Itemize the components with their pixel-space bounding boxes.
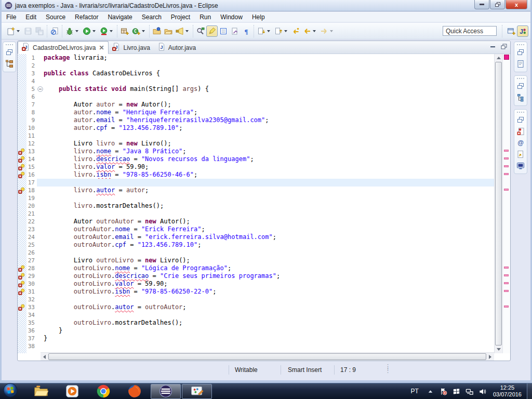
tray-drag-handle[interactable]	[3, 43, 16, 47]
show-whitespace-button[interactable]: ¶	[241, 25, 252, 37]
code-line[interactable]: 7 Autor autor = new Autor();	[26, 101, 494, 109]
java-perspective-button[interactable]: J	[517, 25, 528, 37]
line-content[interactable]: autor.email = "henriqueferreirasilva2305…	[37, 116, 494, 124]
error-marker-icon[interactable]	[18, 187, 26, 194]
open-element-button[interactable]	[195, 25, 206, 37]
line-content[interactable]: livro.descricao = "Novos recursos da lin…	[37, 155, 494, 163]
restore-view-button[interactable]	[514, 47, 527, 58]
overview-ruler[interactable]	[502, 54, 510, 353]
code-line[interactable]: 24 outroAutor.email = "erick.ferreira.si…	[26, 233, 494, 241]
line-content[interactable]: Livro outroLivro = new Livro();	[37, 257, 494, 264]
error-marker-icon[interactable]	[18, 280, 26, 288]
line-content[interactable]: outroLivro.nome = "Lógica de Programação…	[37, 264, 494, 272]
code-line[interactable]: 36 }	[26, 327, 494, 335]
code-line[interactable]: 2	[26, 62, 494, 70]
maximize-view-icon[interactable]	[501, 43, 507, 52]
menu-source[interactable]: Source	[41, 12, 70, 22]
code-line[interactable]: 5 public static void main(String[] args)…	[26, 85, 494, 93]
line-content[interactable]: outroLivro.valor = 59.90;	[37, 280, 494, 288]
scroll-right-arrow[interactable]	[486, 353, 494, 361]
previous-annotation-button[interactable]	[273, 25, 290, 37]
code-line[interactable]: 16 livro.isbn = "978-85-66250-46-6";	[26, 171, 494, 179]
code-line[interactable]: 30 outroLivro.valor = 59.90;	[26, 280, 494, 288]
menu-help[interactable]: Help	[247, 12, 270, 22]
code-line[interactable]: 20 livro.mostrarDetalhes();	[26, 202, 494, 210]
line-content[interactable]	[37, 342, 494, 350]
line-content[interactable]	[37, 194, 494, 202]
code-line[interactable]: 27 Livro outroLivro = new Livro();	[26, 257, 494, 264]
debug-dropdown[interactable]	[75, 30, 78, 32]
line-content[interactable]: public static void main(String[] args) {	[37, 85, 494, 93]
menu-project[interactable]: Project	[166, 12, 195, 22]
error-marker-icon[interactable]	[18, 155, 26, 163]
new-class-dropdown[interactable]	[142, 30, 145, 32]
error-summary-marker[interactable]	[504, 55, 509, 60]
line-content[interactable]: outroLivro.mostrarDetalhes();	[37, 319, 494, 327]
taskbar-clock[interactable]: 12:25 03/07/2016	[489, 384, 527, 398]
code-line[interactable]: 1package livraria;	[26, 54, 494, 62]
tray-win-icon[interactable]	[450, 388, 463, 395]
line-content[interactable]	[37, 210, 494, 218]
previous-annotation-dropdown[interactable]	[284, 30, 287, 32]
overview-error-mark[interactable]	[504, 305, 509, 308]
code-line[interactable]: 6	[26, 93, 494, 101]
scroll-up-arrow[interactable]	[495, 54, 503, 62]
menu-file[interactable]: File	[2, 12, 21, 22]
restore-view-button[interactable]	[3, 47, 16, 58]
overview-error-mark[interactable]	[504, 189, 509, 191]
tray-drag-handle[interactable]	[514, 77, 527, 81]
code-line[interactable]: 18 livro.autor = autor;	[26, 187, 494, 194]
restore-view-button[interactable]	[514, 81, 527, 92]
line-content[interactable]: livro.valor = 59.90;	[37, 163, 494, 171]
line-content[interactable]: Autor autor = new Autor();	[37, 101, 494, 109]
new-java-project-button[interactable]	[119, 25, 130, 37]
line-content[interactable]: outroLivro.isbn = "978-85-66250-22-0";	[37, 288, 494, 296]
language-indicator[interactable]: PT	[406, 388, 424, 395]
line-content[interactable]: autor.nome = "Henrique Ferreira";	[37, 109, 494, 116]
code-line[interactable]: 32	[26, 296, 494, 303]
overview-error-mark[interactable]	[504, 290, 509, 292]
taskbar-paint-button[interactable]	[182, 384, 212, 399]
code-line[interactable]: 14 livro.descricao = "Novos recursos da …	[26, 155, 494, 163]
code-editor[interactable]: 1package livraria;23public class Cadastr…	[18, 54, 510, 353]
run-dropdown[interactable]	[92, 30, 96, 32]
line-content[interactable]	[37, 132, 494, 140]
back-dropdown[interactable]	[313, 30, 316, 32]
horizontal-scroll-thumb[interactable]	[48, 353, 486, 360]
code-line[interactable]: 4	[26, 77, 494, 85]
overview-error-mark[interactable]	[504, 150, 509, 152]
search-button[interactable]	[174, 25, 191, 37]
show-desktop-button[interactable]	[527, 383, 532, 399]
error-marker-icon[interactable]	[18, 272, 26, 280]
open-perspective-button[interactable]	[506, 25, 517, 37]
close-button[interactable]: x	[506, 0, 527, 9]
menu-refactor[interactable]: Refactor	[70, 12, 103, 22]
line-content[interactable]: outroAutor.nome = "Erick Ferreira";	[37, 225, 494, 233]
overview-error-mark[interactable]	[504, 267, 509, 269]
forward-dropdown[interactable]	[330, 30, 333, 32]
tab-livro-java[interactable]: JLivro.java	[109, 41, 153, 54]
code-line[interactable]: 8 autor.nome = "Henrique Ferreira";	[26, 109, 494, 116]
line-content[interactable]	[37, 179, 494, 187]
declaration-button[interactable]	[514, 149, 527, 160]
taskbar-firefox-button[interactable]	[124, 384, 145, 399]
taskbar-explorer-button[interactable]	[31, 384, 51, 399]
menu-search[interactable]: Search	[137, 12, 166, 22]
next-annotation-dropdown[interactable]	[267, 30, 270, 32]
menu-run[interactable]: Run	[195, 12, 216, 22]
restore-view-button[interactable]	[514, 114, 527, 126]
tray-vol-icon[interactable]	[476, 388, 489, 395]
close-tab-icon[interactable]: ✕	[98, 44, 104, 51]
line-content[interactable]: }	[37, 327, 494, 335]
javadoc-button[interactable]: @	[514, 137, 527, 149]
line-content[interactable]: autor.cpf = "123.456.789.10";	[37, 124, 494, 132]
scroll-left-arrow[interactable]	[41, 353, 48, 361]
line-content[interactable]: package livraria;	[37, 54, 494, 62]
line-content[interactable]: Autor outroAutor = new Autor();	[37, 218, 494, 225]
line-content[interactable]: livro.mostrarDetalhes();	[37, 202, 494, 210]
code-line[interactable]: 29 outroLivro.descricao = "Crie seus pri…	[26, 272, 494, 280]
outline-button[interactable]	[514, 92, 527, 103]
show-source-button[interactable]	[229, 25, 241, 37]
code-line[interactable]: 33 outroLivro.autor = outroAutor;	[26, 303, 494, 311]
start-button[interactable]	[3, 382, 18, 399]
